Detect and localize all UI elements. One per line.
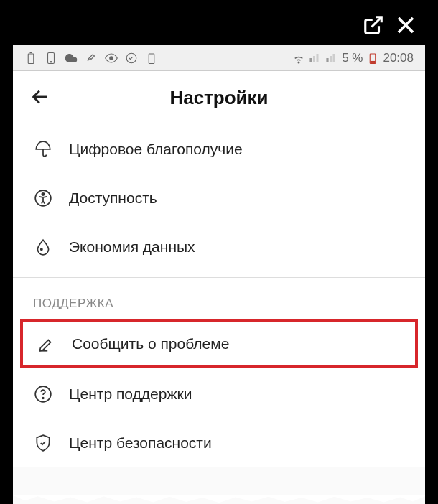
close-icon[interactable]	[395, 14, 416, 39]
signal2-icon	[325, 52, 338, 65]
svg-point-19	[42, 398, 44, 399]
open-external-icon[interactable]	[363, 14, 384, 39]
status-bar: 5 % 20:08	[13, 45, 425, 71]
battery-status-icon	[24, 52, 37, 65]
frame-controls	[363, 14, 416, 39]
svg-point-6	[50, 61, 52, 62]
clock-time: 20:08	[383, 51, 414, 65]
wifi-icon	[292, 52, 305, 65]
battery-icon	[366, 52, 379, 65]
status-left	[24, 52, 158, 65]
umbrella-icon	[33, 139, 53, 159]
svg-rect-9	[149, 54, 154, 64]
menu-item-security-center[interactable]: Центр безопасности	[13, 419, 425, 467]
menu-item-accessibility[interactable]: Доступность	[13, 174, 425, 223]
page-title: Настройки	[27, 87, 411, 109]
menu-item-report-problem[interactable]: Сообщить о проблеме	[20, 319, 418, 368]
back-button[interactable]	[30, 87, 50, 110]
menu-label: Центр поддержки	[69, 386, 192, 403]
divider	[13, 277, 425, 278]
accessibility-icon	[33, 188, 53, 208]
signal-icon	[309, 52, 322, 65]
shield-icon	[33, 433, 53, 453]
app-content: Настройки Цифровое благополучие	[13, 71, 425, 467]
svg-point-15	[42, 193, 44, 195]
menu-label: Центр безопасности	[69, 434, 212, 452]
menu-item-digital-wellbeing[interactable]: Цифровое благополучие	[13, 125, 425, 174]
eye-icon	[105, 52, 118, 65]
svg-point-10	[298, 62, 299, 63]
battery-low-icon	[145, 52, 158, 65]
menu-label: Экономия данных	[69, 238, 195, 256]
section-header-support: ПОДДЕРЖКА	[13, 284, 425, 318]
phone-icon	[45, 52, 57, 65]
question-icon	[33, 384, 53, 404]
header: Настройки	[13, 71, 425, 125]
menu-item-data-saver[interactable]: Экономия данных	[13, 223, 425, 271]
pencil-icon	[36, 334, 56, 354]
drop-icon	[33, 237, 53, 257]
svg-point-7	[110, 56, 113, 60]
menu-label: Доступность	[69, 190, 157, 207]
brush-icon	[85, 52, 98, 65]
menu-label: Сообщить о проблеме	[72, 335, 229, 353]
battery-percent: 5 %	[342, 51, 363, 65]
sync-icon	[125, 52, 138, 65]
cloud-icon	[65, 52, 78, 65]
svg-point-16	[41, 248, 42, 250]
svg-rect-3	[28, 54, 34, 64]
menu-label: Цифровое благополучие	[69, 141, 243, 158]
status-right: 5 % 20:08	[292, 51, 414, 65]
svg-line-0	[372, 17, 382, 27]
menu-item-help-center[interactable]: Центр поддержки	[13, 370, 425, 419]
device-frame: 5 % 20:08 Настройки	[0, 0, 438, 504]
svg-rect-12	[371, 61, 375, 62]
screen: 5 % 20:08 Настройки	[13, 45, 425, 504]
